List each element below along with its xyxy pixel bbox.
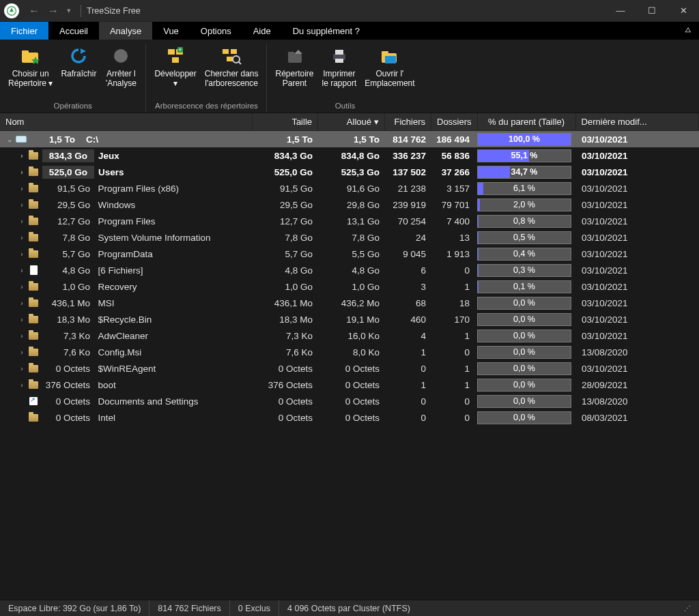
row-alloc: 8,0 Ko — [318, 347, 385, 357]
svg-rect-2 — [22, 50, 29, 54]
ribbon-btn-label: Ouvrir l' Emplacement — [365, 70, 414, 89]
menu-analyse[interactable]: Analyse — [99, 22, 152, 40]
ribbon-btn-refresh[interactable]: Rafraîchir — [57, 44, 100, 90]
nav-forward-icon[interactable]: → — [44, 5, 63, 17]
expander-icon[interactable]: › — [16, 168, 27, 176]
ribbon-btn-search-tree[interactable]: Chercher dans l'arborescence — [201, 44, 263, 90]
ribbon-btn-choose-dir[interactable]: Choisir un Répertoire ▾ — [4, 44, 57, 90]
row-folders: 18 — [431, 298, 475, 308]
col-header-date[interactable]: Dernière modif... — [576, 113, 699, 130]
tree-row[interactable]: ›1,0 Go Recovery1,0 Go1,0 Go310,1 %03/10… — [0, 278, 699, 295]
expander-icon[interactable]: ⌄ — [4, 136, 15, 143]
row-alloc: 0 Octets — [318, 380, 385, 390]
menu-options[interactable]: Options — [190, 22, 242, 40]
expander-icon[interactable]: › — [16, 349, 27, 356]
collapse-ribbon-icon[interactable]: ㅿ — [677, 22, 699, 40]
col-header-name[interactable]: Nom — [0, 113, 253, 130]
ribbon-btn-print[interactable]: Imprimer le rapport — [318, 44, 361, 90]
tree-row[interactable]: 0 Octets Intel0 Octets0 Octets000,0 %08/… — [0, 409, 699, 426]
row-folders: 0 — [431, 396, 475, 407]
menu-accueil[interactable]: Accueil — [48, 22, 99, 40]
ribbon-btn-stop[interactable]: Arrêter l 'Analyse — [100, 44, 141, 90]
menu-fichier[interactable]: Fichier — [0, 22, 48, 40]
row-folders: 37 266 — [431, 167, 475, 177]
expander-icon[interactable]: › — [16, 365, 27, 372]
row-pct-bar: 0,0 % — [475, 328, 573, 344]
col-header-alloc[interactable]: Alloué▾ — [318, 113, 385, 130]
row-size: 1,5 To — [253, 134, 318, 145]
tree-row[interactable]: ›525,0 GoUsers525,0 Go525,3 Go137 50237 … — [0, 164, 699, 180]
tree-row[interactable]: ›436,1 Mo MSI436,1 Mo436,2 Mo68180,0 %03… — [0, 295, 699, 311]
tree-row[interactable]: ›7,8 Go System Volume Information7,8 Go7… — [0, 229, 699, 246]
row-size-left: 18,3 Mo — [42, 314, 93, 325]
row-size: 91,5 Go — [253, 184, 318, 194]
ribbon-btn-label: Arrêter l 'Analyse — [106, 70, 137, 89]
tree-row[interactable]: ›29,5 Go Windows29,5 Go29,8 Go239 91979 … — [0, 196, 699, 213]
row-files: 0 — [385, 413, 431, 423]
row-size: 0 Octets — [253, 413, 318, 423]
row-files: 9 045 — [385, 249, 431, 259]
row-date: 03/10/2021 — [573, 151, 699, 161]
tree-row[interactable]: ›12,7 Go Program Files12,7 Go13,1 Go70 2… — [0, 213, 699, 229]
tree-row[interactable]: ›7,3 Ko AdwCleaner7,3 Ko16,0 Ko410,0 %03… — [0, 327, 699, 344]
row-name: Documents and Settings — [98, 396, 199, 407]
nav-back-icon[interactable]: ← — [25, 5, 44, 17]
row-date: 03/10/2021 — [573, 314, 699, 325]
ribbon-group-outils: Répertoire ParentImprimer le rapportOuvr… — [267, 44, 423, 113]
expander-icon[interactable]: › — [16, 185, 27, 192]
menu-du-suppl-ment-[interactable]: Du supplément ? — [282, 22, 371, 40]
row-pct-bar: 0,5 % — [475, 230, 573, 246]
tree-row[interactable]: ›18,3 Mo $Recycle.Bin18,3 Mo19,1 Mo46017… — [0, 311, 699, 327]
tree-row[interactable]: ›834,3 GoJeux834,3 Go834,8 Go336 23756 8… — [0, 147, 699, 164]
menu-aide[interactable]: Aide — [242, 22, 282, 40]
row-size: 7,8 Go — [253, 233, 318, 243]
expander-icon[interactable]: › — [16, 267, 27, 274]
tree-row[interactable]: ›5,7 Go ProgramData5,7 Go5,5 Go9 0451 91… — [0, 246, 699, 262]
maximize-button[interactable]: ☐ — [636, 0, 668, 22]
folder-icon — [27, 330, 40, 341]
expander-icon[interactable]: › — [16, 299, 27, 307]
col-header-folders[interactable]: Dossiers — [431, 113, 478, 130]
file-icon — [27, 265, 40, 276]
resize-grip-icon[interactable]: ⋰ — [676, 600, 699, 616]
row-size-left: 5,7 Go — [42, 249, 93, 259]
ribbon-btn-expand[interactable]: +Développer ▾ — [150, 44, 200, 90]
row-name: Program Files (x86) — [98, 184, 180, 194]
minimize-button[interactable]: — — [605, 0, 636, 22]
tree-root-row[interactable]: ⌄1,5 ToC:\1,5 To1,5 To814 762186 494100,… — [0, 131, 699, 147]
nav-dropdown-icon[interactable]: ▾ — [63, 6, 75, 15]
tree-row[interactable]: ›91,5 Go Program Files (x86)91,5 Go91,6 … — [0, 180, 699, 196]
ribbon-group-op-rations: Choisir un Répertoire ▾RafraîchirArrêter… — [0, 44, 146, 113]
col-header-pct[interactable]: % du parent (Taille) — [478, 113, 576, 130]
tree-row[interactable]: ›7,6 Ko Config.Msi7,6 Ko8,0 Ko100,0 %13/… — [0, 344, 699, 360]
tree-view[interactable]: ⌄1,5 ToC:\1,5 To1,5 To814 762186 494100,… — [0, 131, 699, 600]
expander-icon[interactable]: › — [16, 283, 27, 291]
row-files: 460 — [385, 314, 431, 325]
tree-row[interactable]: ›376 Octets boot376 Octets0 Octets110,0 … — [0, 377, 699, 393]
close-button[interactable]: ✕ — [668, 0, 699, 22]
ribbon-btn-parent-dir[interactable]: Répertoire Parent — [271, 44, 317, 90]
row-size-left: 29,5 Go — [42, 200, 93, 210]
expander-icon[interactable]: › — [16, 152, 27, 160]
expander-icon[interactable]: › — [16, 234, 27, 241]
expander-icon[interactable]: › — [16, 250, 27, 258]
expander-icon[interactable]: › — [16, 332, 27, 340]
expander-icon[interactable]: › — [16, 201, 27, 209]
tree-row[interactable]: ›0 Octets $WinREAgent0 Octets0 Octets010… — [0, 360, 699, 377]
tree-row[interactable]: ›4,8 Go [6 Fichiers]4,8 Go4,8 Go600,3 %0… — [0, 262, 699, 278]
expander-icon[interactable]: › — [16, 218, 27, 225]
svg-rect-12 — [231, 49, 237, 54]
folder-icon — [27, 347, 40, 357]
row-date: 03/10/2021 — [573, 184, 699, 194]
expander-icon[interactable]: › — [16, 316, 27, 323]
ribbon-btn-open-loc[interactable]: Ouvrir l' Emplacement — [360, 44, 418, 90]
col-header-size[interactable]: Taille — [253, 113, 318, 130]
titlebar-separator — [81, 5, 81, 17]
expander-icon[interactable]: › — [16, 381, 27, 389]
row-alloc: 1,0 Go — [318, 282, 385, 292]
col-header-files[interactable]: Fichiers — [385, 113, 431, 130]
tree-row[interactable]: 0 Octets Documents and Settings0 Octets0… — [0, 393, 699, 409]
column-headers: Nom Taille Alloué▾ Fichiers Dossiers % d… — [0, 113, 699, 131]
menu-vue[interactable]: Vue — [152, 22, 190, 40]
refresh-icon — [68, 45, 89, 67]
